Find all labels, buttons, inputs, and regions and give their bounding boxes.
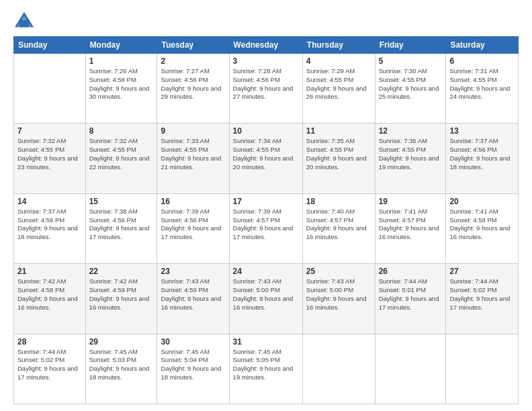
calendar-cell: 11Sunrise: 7:35 AM Sunset: 4:55 PM Dayli… bbox=[302, 124, 375, 193]
day-number: 9 bbox=[161, 126, 225, 136]
calendar-week-2: 14Sunrise: 7:37 AM Sunset: 4:56 PM Dayli… bbox=[14, 193, 519, 263]
calendar-cell bbox=[14, 54, 86, 124]
day-number: 2 bbox=[161, 56, 225, 66]
day-info: Sunrise: 7:37 AM Sunset: 4:56 PM Dayligh… bbox=[449, 137, 515, 171]
day-number: 22 bbox=[89, 267, 154, 276]
weekday-header-sunday: Sunday bbox=[14, 37, 86, 54]
weekday-header-friday: Friday bbox=[375, 37, 446, 54]
day-info: Sunrise: 7:41 AM Sunset: 4:58 PM Dayligh… bbox=[449, 208, 515, 242]
calendar-cell: 19Sunrise: 7:41 AM Sunset: 4:57 PM Dayli… bbox=[375, 193, 446, 263]
calendar-cell: 25Sunrise: 7:43 AM Sunset: 5:00 PM Dayli… bbox=[302, 264, 375, 334]
day-number: 1 bbox=[89, 56, 154, 66]
day-number: 21 bbox=[17, 267, 82, 276]
calendar-cell: 4Sunrise: 7:29 AM Sunset: 4:55 PM Daylig… bbox=[302, 54, 375, 124]
weekday-header-tuesday: Tuesday bbox=[157, 37, 229, 54]
day-info: Sunrise: 7:39 AM Sunset: 4:56 PM Dayligh… bbox=[161, 208, 225, 242]
day-number: 11 bbox=[306, 126, 371, 136]
calendar-cell: 20Sunrise: 7:41 AM Sunset: 4:58 PM Dayli… bbox=[446, 193, 519, 263]
day-info: Sunrise: 7:44 AM Sunset: 5:02 PM Dayligh… bbox=[17, 348, 82, 382]
day-info: Sunrise: 7:42 AM Sunset: 4:59 PM Dayligh… bbox=[89, 277, 154, 312]
calendar-cell: 29Sunrise: 7:45 AM Sunset: 5:03 PM Dayli… bbox=[85, 334, 157, 404]
day-info: Sunrise: 7:32 AM Sunset: 4:55 PM Dayligh… bbox=[89, 137, 154, 171]
calendar-cell: 8Sunrise: 7:32 AM Sunset: 4:55 PM Daylig… bbox=[85, 124, 157, 193]
day-number: 17 bbox=[233, 197, 299, 206]
day-info: Sunrise: 7:44 AM Sunset: 5:02 PM Dayligh… bbox=[449, 277, 515, 312]
calendar-cell: 5Sunrise: 7:30 AM Sunset: 4:55 PM Daylig… bbox=[375, 54, 446, 124]
calendar-cell: 22Sunrise: 7:42 AM Sunset: 4:59 PM Dayli… bbox=[85, 264, 157, 334]
day-number: 29 bbox=[89, 337, 154, 347]
day-info: Sunrise: 7:29 AM Sunset: 4:55 PM Dayligh… bbox=[306, 67, 371, 101]
page: SundayMondayTuesdayWednesdayThursdayFrid… bbox=[0, 0, 532, 411]
calendar-cell: 17Sunrise: 7:39 AM Sunset: 4:57 PM Dayli… bbox=[229, 193, 302, 263]
day-number: 20 bbox=[449, 197, 515, 206]
calendar-cell: 16Sunrise: 7:39 AM Sunset: 4:56 PM Dayli… bbox=[157, 193, 229, 263]
day-number: 27 bbox=[449, 267, 515, 276]
svg-rect-2 bbox=[19, 20, 29, 28]
calendar-cell bbox=[375, 334, 446, 404]
calendar-cell: 10Sunrise: 7:34 AM Sunset: 4:55 PM Dayli… bbox=[229, 124, 302, 193]
day-number: 7 bbox=[17, 126, 82, 136]
calendar-cell: 13Sunrise: 7:37 AM Sunset: 4:56 PM Dayli… bbox=[446, 124, 519, 193]
day-number: 6 bbox=[449, 56, 515, 66]
calendar-cell: 31Sunrise: 7:45 AM Sunset: 5:05 PM Dayli… bbox=[229, 334, 302, 404]
calendar-cell: 18Sunrise: 7:40 AM Sunset: 4:57 PM Dayli… bbox=[302, 193, 375, 263]
day-info: Sunrise: 7:30 AM Sunset: 4:55 PM Dayligh… bbox=[379, 67, 443, 101]
day-info: Sunrise: 7:32 AM Sunset: 4:55 PM Dayligh… bbox=[17, 137, 82, 171]
day-info: Sunrise: 7:28 AM Sunset: 4:56 PM Dayligh… bbox=[233, 67, 299, 101]
header bbox=[13, 11, 519, 30]
calendar-week-4: 28Sunrise: 7:44 AM Sunset: 5:02 PM Dayli… bbox=[14, 334, 519, 404]
calendar-cell bbox=[446, 334, 519, 404]
day-info: Sunrise: 7:36 AM Sunset: 4:55 PM Dayligh… bbox=[379, 137, 443, 171]
calendar-cell: 30Sunrise: 7:45 AM Sunset: 5:04 PM Dayli… bbox=[157, 334, 229, 404]
day-info: Sunrise: 7:43 AM Sunset: 4:59 PM Dayligh… bbox=[161, 277, 225, 312]
weekday-header-wednesday: Wednesday bbox=[229, 37, 302, 54]
day-info: Sunrise: 7:43 AM Sunset: 5:00 PM Dayligh… bbox=[233, 277, 299, 312]
day-info: Sunrise: 7:41 AM Sunset: 4:57 PM Dayligh… bbox=[379, 208, 443, 242]
day-number: 28 bbox=[17, 337, 82, 347]
day-number: 25 bbox=[306, 267, 371, 276]
day-info: Sunrise: 7:45 AM Sunset: 5:05 PM Dayligh… bbox=[233, 348, 299, 382]
day-number: 13 bbox=[449, 126, 515, 136]
day-number: 8 bbox=[89, 126, 154, 136]
calendar-cell: 12Sunrise: 7:36 AM Sunset: 4:55 PM Dayli… bbox=[375, 124, 446, 193]
day-info: Sunrise: 7:38 AM Sunset: 4:56 PM Dayligh… bbox=[89, 208, 154, 242]
day-number: 14 bbox=[17, 197, 82, 206]
calendar-cell bbox=[302, 334, 375, 404]
calendar-cell: 28Sunrise: 7:44 AM Sunset: 5:02 PM Dayli… bbox=[14, 334, 86, 404]
day-number: 23 bbox=[161, 267, 225, 276]
day-number: 30 bbox=[161, 337, 225, 347]
calendar-table: SundayMondayTuesdayWednesdayThursdayFrid… bbox=[13, 36, 519, 404]
calendar-cell: 7Sunrise: 7:32 AM Sunset: 4:55 PM Daylig… bbox=[14, 124, 86, 193]
day-info: Sunrise: 7:31 AM Sunset: 4:55 PM Dayligh… bbox=[449, 67, 515, 101]
day-info: Sunrise: 7:40 AM Sunset: 4:57 PM Dayligh… bbox=[306, 208, 371, 242]
day-number: 12 bbox=[379, 126, 443, 136]
weekday-header-monday: Monday bbox=[85, 37, 157, 54]
day-number: 18 bbox=[306, 197, 371, 206]
day-info: Sunrise: 7:35 AM Sunset: 4:55 PM Dayligh… bbox=[306, 137, 371, 171]
calendar-cell: 2Sunrise: 7:27 AM Sunset: 4:56 PM Daylig… bbox=[157, 54, 229, 124]
day-info: Sunrise: 7:43 AM Sunset: 5:00 PM Dayligh… bbox=[306, 277, 371, 312]
day-number: 24 bbox=[233, 267, 299, 276]
day-number: 3 bbox=[233, 56, 299, 66]
calendar-week-3: 21Sunrise: 7:42 AM Sunset: 4:58 PM Dayli… bbox=[14, 264, 519, 334]
day-number: 15 bbox=[89, 197, 154, 206]
calendar-cell: 3Sunrise: 7:28 AM Sunset: 4:56 PM Daylig… bbox=[229, 54, 302, 124]
day-number: 10 bbox=[233, 126, 299, 136]
calendar-cell: 9Sunrise: 7:33 AM Sunset: 4:55 PM Daylig… bbox=[157, 124, 229, 193]
day-number: 4 bbox=[306, 56, 371, 66]
weekday-header-saturday: Saturday bbox=[446, 37, 519, 54]
weekday-header-row: SundayMondayTuesdayWednesdayThursdayFrid… bbox=[14, 37, 519, 54]
day-number: 31 bbox=[233, 337, 299, 347]
day-info: Sunrise: 7:37 AM Sunset: 4:56 PM Dayligh… bbox=[17, 208, 82, 242]
logo bbox=[13, 11, 38, 30]
calendar-cell: 23Sunrise: 7:43 AM Sunset: 4:59 PM Dayli… bbox=[157, 264, 229, 334]
calendar-week-0: 1Sunrise: 7:26 AM Sunset: 4:56 PM Daylig… bbox=[14, 54, 519, 124]
day-info: Sunrise: 7:26 AM Sunset: 4:56 PM Dayligh… bbox=[89, 67, 154, 101]
day-number: 26 bbox=[379, 267, 443, 276]
calendar-cell: 24Sunrise: 7:43 AM Sunset: 5:00 PM Dayli… bbox=[229, 264, 302, 334]
calendar-cell: 26Sunrise: 7:44 AM Sunset: 5:01 PM Dayli… bbox=[375, 264, 446, 334]
calendar-cell: 1Sunrise: 7:26 AM Sunset: 4:56 PM Daylig… bbox=[85, 54, 157, 124]
calendar-week-1: 7Sunrise: 7:32 AM Sunset: 4:55 PM Daylig… bbox=[14, 124, 519, 193]
day-number: 19 bbox=[379, 197, 443, 206]
calendar-cell: 27Sunrise: 7:44 AM Sunset: 5:02 PM Dayli… bbox=[446, 264, 519, 334]
